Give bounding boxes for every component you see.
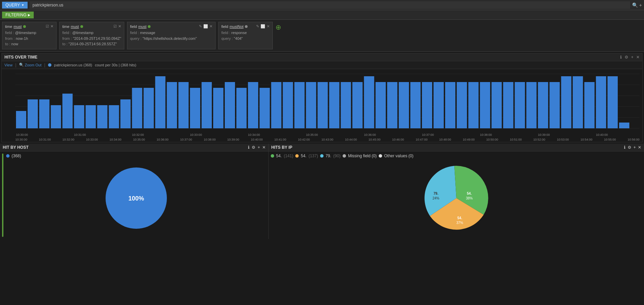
hits-settings-icon[interactable]: ⚙: [625, 55, 628, 60]
ip-settings-icon[interactable]: ⚙: [628, 145, 631, 150]
x-label-1049: 10:49:00: [463, 138, 475, 141]
card4-modifier-label: mustNot: [230, 25, 244, 29]
card3-edit-icon[interactable]: ✎: [199, 24, 202, 29]
ip-legend-dot-2: [295, 154, 299, 158]
legend-label: patrickpierson.us (368): [54, 63, 92, 67]
hits-close-icon[interactable]: ✕: [636, 55, 640, 60]
x-label-1031: 10:31:00: [39, 138, 51, 141]
ip-legend-row: 54. (141) 54. (137) 79. (90) Missing fie…: [271, 154, 642, 158]
card4-status-dot: [245, 25, 248, 28]
query-button[interactable]: QUERY: [2, 2, 28, 9]
ip-close-icon[interactable]: ✕: [638, 145, 641, 150]
svg-rect-55: [526, 82, 536, 128]
hits-add-icon[interactable]: +: [631, 55, 633, 60]
svg-rect-30: [236, 88, 247, 128]
card1-close-icon[interactable]: ✕: [50, 24, 53, 29]
ip-pie-chart-area: 54. 38% 54. 37% 79. 24%: [271, 160, 642, 237]
host-close-icon[interactable]: ✕: [262, 145, 266, 150]
svg-rect-27: [202, 82, 212, 128]
card2-close-icon[interactable]: ✕: [118, 24, 121, 29]
card1-from-value: now-1h: [16, 36, 28, 41]
host-pie-chart: 100%: [102, 164, 170, 232]
card4-copy-icon[interactable]: ⬜: [261, 24, 265, 29]
x-label-1052: 10:52:00: [533, 138, 545, 141]
card3-copy-icon[interactable]: ⬜: [203, 24, 208, 29]
svg-rect-52: [491, 82, 502, 128]
x-label-1033: 10:33:00: [86, 138, 98, 141]
host-legend-dot: [6, 154, 10, 158]
view-link[interactable]: View: [4, 63, 13, 67]
svg-text:54.: 54.: [457, 216, 462, 220]
host-settings-icon[interactable]: ⚙: [252, 145, 255, 150]
svg-rect-19: [109, 105, 119, 128]
search-input[interactable]: [30, 1, 630, 9]
svg-text:38%: 38%: [466, 196, 473, 200]
filter-card-time-must-1: time must ☑ ✕ field : @timestamp from : …: [2, 22, 57, 49]
ip-legend-label-3: 79.: [326, 154, 331, 158]
svg-rect-13: [39, 99, 49, 128]
x-label-1051: 10:51:00: [510, 138, 522, 141]
ip-legend-count-2: (137): [309, 154, 318, 158]
ip-legend-dot-3: [320, 154, 324, 158]
card2-field-value: @timestamp: [72, 31, 93, 35]
card4-type-label: field: [221, 25, 228, 29]
svg-rect-50: [468, 82, 478, 128]
svg-rect-29: [225, 82, 235, 128]
filter-card-field-must: field must ✎ ⬜ ✕ field : message query :…: [127, 22, 216, 49]
card3-modifier-label: must: [138, 25, 146, 29]
card1-edit-icon[interactable]: ☑: [46, 24, 49, 29]
add-filter-button[interactable]: ⊕: [276, 23, 281, 31]
svg-rect-40: [352, 82, 363, 128]
card4-close-icon[interactable]: ✕: [267, 24, 270, 29]
svg-text:10:32:00: 10:32:00: [132, 133, 144, 137]
svg-text:10:40:00: 10:40:00: [596, 133, 608, 137]
host-info-icon[interactable]: ℹ: [248, 145, 250, 150]
add-query-icon[interactable]: +: [639, 2, 642, 8]
svg-text:10:30:00: 10:30:00: [16, 133, 28, 137]
filtering-button[interactable]: FILTERING: [2, 12, 34, 18]
host-legend-label: (368): [12, 154, 21, 158]
svg-rect-59: [573, 76, 583, 128]
card3-close-icon[interactable]: ✕: [209, 24, 213, 29]
svg-rect-39: [341, 82, 351, 128]
svg-rect-49: [457, 82, 467, 128]
x-label-1055: 10:55:00: [604, 138, 616, 141]
svg-rect-31: [248, 82, 258, 128]
svg-rect-44: [399, 82, 409, 128]
hits-info-icon[interactable]: ℹ: [620, 55, 622, 60]
zoom-icon: 🔍: [19, 63, 24, 67]
svg-text:10:39:00: 10:39:00: [538, 133, 550, 137]
hits-toolbar: View | 🔍 Zoom Out | patrickpierson.us (3…: [2, 61, 642, 69]
hits-by-ip-header: HITS BY IP ℹ ⚙ + ✕: [269, 144, 644, 151]
svg-rect-54: [515, 82, 525, 128]
card2-to-value: "2014-09-25T14:56:28.557Z": [68, 42, 117, 46]
card2-edit-icon[interactable]: ☑: [113, 24, 117, 29]
card4-edit-icon[interactable]: ✎: [256, 24, 259, 29]
chart-container: 10 8 6 4 2: [2, 69, 642, 138]
ip-legend-dot-other: [379, 154, 382, 158]
svg-text:100%: 100%: [128, 195, 144, 202]
filter-card-field-mustnot: field mustNot ✎ ⬜ ✕ field : response que…: [218, 22, 273, 49]
svg-rect-26: [190, 88, 200, 128]
zoom-out-link[interactable]: 🔍 Zoom Out: [19, 63, 42, 67]
x-label-1034: 10:34:00: [110, 138, 122, 141]
x-label-1043: 10:43:00: [321, 138, 333, 141]
x-label-1048: 10:48:00: [439, 138, 451, 141]
ip-add-icon[interactable]: +: [633, 145, 636, 150]
count-label: count per 30s | (368 hits): [95, 63, 136, 67]
x-label-1038: 10:38:00: [204, 138, 216, 141]
bottom-row: HIT BY HOST ℹ ⚙ + ✕ (368) 100%: [0, 144, 644, 239]
ip-info-icon[interactable]: ℹ: [624, 145, 626, 150]
host-add-icon[interactable]: +: [257, 145, 260, 150]
svg-text:10:33:00: 10:33:00: [190, 133, 202, 137]
card3-status-dot: [148, 25, 151, 28]
hits-by-ip-panel: HITS BY IP ℹ ⚙ + ✕ 54. (141) 54. (137) 7…: [269, 144, 644, 239]
svg-rect-16: [74, 105, 84, 128]
card2-from-value: "2014-09-25T14:29:50.094Z": [73, 36, 121, 41]
x-label-1030: 10:30:00: [15, 138, 27, 141]
hit-by-host-content: (368) 100%: [0, 151, 268, 239]
svg-text:10:35:00: 10:35:00: [306, 133, 318, 137]
svg-rect-34: [283, 82, 293, 128]
svg-text:79.: 79.: [434, 192, 438, 195]
search-icon[interactable]: 🔍: [632, 2, 638, 8]
